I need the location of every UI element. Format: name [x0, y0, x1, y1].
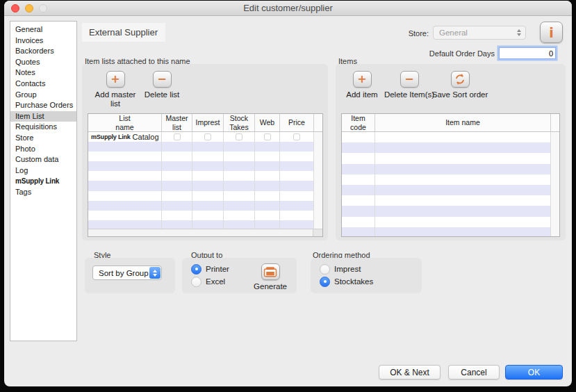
- column-header[interactable]: Item code: [342, 114, 375, 131]
- table-row[interactable]: [88, 142, 322, 152]
- style-dropdown[interactable]: Sort by Group: [92, 266, 162, 280]
- table-row[interactable]: [342, 142, 559, 153]
- sidebar-item-quotes[interactable]: Quotes: [10, 57, 76, 68]
- edit-customer-supplier-dialog: Edit customer/supplier GeneralInvoicesBa…: [4, 1, 572, 386]
- generate-button[interactable]: Generate: [254, 263, 287, 291]
- table-row[interactable]: [342, 164, 559, 174]
- ok-button[interactable]: OK: [505, 365, 563, 379]
- cancel-button[interactable]: Cancel: [448, 365, 500, 379]
- table-row[interactable]: [342, 195, 559, 206]
- entity-type-label: External Supplier: [82, 23, 165, 42]
- sidebar-item-backorders[interactable]: Backorders: [10, 46, 76, 57]
- printer-icon: [263, 266, 277, 277]
- checkbox[interactable]: [264, 133, 271, 140]
- ok-next-button[interactable]: OK & Next: [379, 365, 441, 379]
- table-row[interactable]: [342, 217, 559, 227]
- sidebar: GeneralInvoicesBackordersQuotesNotesCont…: [10, 21, 77, 341]
- minus-icon: −: [157, 74, 166, 85]
- sidebar-item-group[interactable]: Group: [10, 90, 76, 101]
- default-order-days-label: Default Order Days: [407, 49, 495, 58]
- table-row[interactable]: [88, 201, 322, 211]
- plus-icon: +: [110, 74, 120, 85]
- sidebar-item-contacts[interactable]: Contacts: [10, 79, 76, 90]
- output-radio-group: PrinterExcel: [191, 263, 229, 288]
- sidebar-item-tags[interactable]: Tags: [10, 187, 76, 198]
- checkbox[interactable]: [204, 133, 211, 140]
- info-icon: i: [549, 25, 554, 40]
- table-row[interactable]: [88, 152, 322, 161]
- item-lists-table: List nameMaster listImprestStock TakesWe…: [88, 113, 323, 237]
- table-row[interactable]: [88, 171, 322, 181]
- table-row[interactable]: [88, 181, 322, 190]
- items-table: Item codeItem name: [341, 113, 560, 237]
- column-header[interactable]: Stock Takes: [224, 114, 255, 131]
- sidebar-item-custom-data[interactable]: Custom data: [10, 154, 76, 165]
- radio-excel[interactable]: Excel: [191, 275, 229, 288]
- table-row[interactable]: [88, 211, 322, 220]
- sidebar-item-log[interactable]: Log: [10, 165, 76, 177]
- radio-imprest[interactable]: Imprest: [320, 263, 373, 275]
- table-row[interactable]: [88, 191, 322, 201]
- default-order-days-input[interactable]: 0: [499, 47, 556, 59]
- radio-printer[interactable]: Printer: [191, 263, 229, 275]
- table-row[interactable]: mSupply LinkCatalog: [88, 132, 322, 142]
- column-header[interactable]: Imprest: [192, 114, 224, 131]
- sidebar-item-item-list[interactable]: Item List: [10, 111, 76, 122]
- ordering-radio-group: ImprestStocktakes: [320, 263, 373, 288]
- close-window-icon[interactable]: [11, 4, 19, 13]
- add-master-list-button[interactable]: + Add master list: [92, 71, 139, 108]
- checkbox[interactable]: [236, 133, 242, 140]
- column-header[interactable]: Item name: [375, 114, 551, 131]
- output-panel: PrinterExcel Generate: [182, 258, 297, 293]
- table-row[interactable]: [342, 206, 559, 216]
- style-panel: Sort by Group: [85, 258, 175, 293]
- table-row[interactable]: [342, 153, 559, 163]
- store-label: Store:: [387, 29, 429, 38]
- radio-stocktakes[interactable]: Stocktakes: [320, 275, 373, 288]
- table-row[interactable]: [88, 161, 322, 171]
- table-row[interactable]: [88, 220, 322, 229]
- plus-icon: +: [357, 74, 366, 85]
- column-header[interactable]: List name: [88, 114, 162, 131]
- add-item-button[interactable]: + Add item: [344, 71, 380, 99]
- checkbox[interactable]: [293, 133, 300, 140]
- ordering-panel: ImprestStocktakes: [311, 258, 422, 293]
- chevron-updown-icon: [149, 267, 161, 279]
- style-dropdown-value: Sort by Group: [93, 269, 149, 277]
- minimize-window-icon[interactable]: [25, 4, 33, 13]
- store-dropdown: General: [433, 26, 526, 40]
- sidebar-item-purchase-orders[interactable]: Purchase Orders: [10, 100, 76, 111]
- column-header[interactable]: Master list: [162, 114, 192, 131]
- sidebar-item-notes[interactable]: Notes: [10, 67, 76, 79]
- store-dropdown-value: General: [434, 28, 512, 37]
- sidebar-item-invoices[interactable]: Invoices: [10, 35, 76, 47]
- horizontal-scrollbar[interactable]: [88, 229, 322, 236]
- table-row[interactable]: [342, 174, 559, 185]
- info-button[interactable]: i: [540, 22, 563, 43]
- checkbox[interactable]: [174, 133, 181, 140]
- table-row[interactable]: [342, 227, 559, 236]
- sidebar-item-photo[interactable]: Photo: [10, 144, 76, 155]
- zoom-window-icon: [39, 4, 47, 13]
- delete-list-button[interactable]: − Delete list: [140, 71, 183, 99]
- sidebar-item-general[interactable]: General: [10, 24, 76, 35]
- column-header[interactable]: Price: [280, 114, 314, 131]
- table-row[interactable]: [342, 132, 559, 142]
- window-title: Edit customer/supplier: [4, 1, 572, 16]
- save-sort-order-button[interactable]: Save Sort order: [428, 71, 492, 99]
- sidebar-item-msupply-link[interactable]: mSupply Link: [10, 176, 76, 187]
- minus-icon: −: [404, 74, 413, 85]
- sort-sync-icon: [454, 73, 466, 85]
- sidebar-item-store[interactable]: Store: [10, 133, 76, 144]
- column-header[interactable]: Web: [255, 114, 280, 131]
- table-row[interactable]: [342, 185, 559, 195]
- chevron-updown-icon: [513, 27, 525, 38]
- titlebar[interactable]: Edit customer/supplier: [4, 1, 572, 16]
- sidebar-item-requisitions[interactable]: Requisitions: [10, 122, 76, 133]
